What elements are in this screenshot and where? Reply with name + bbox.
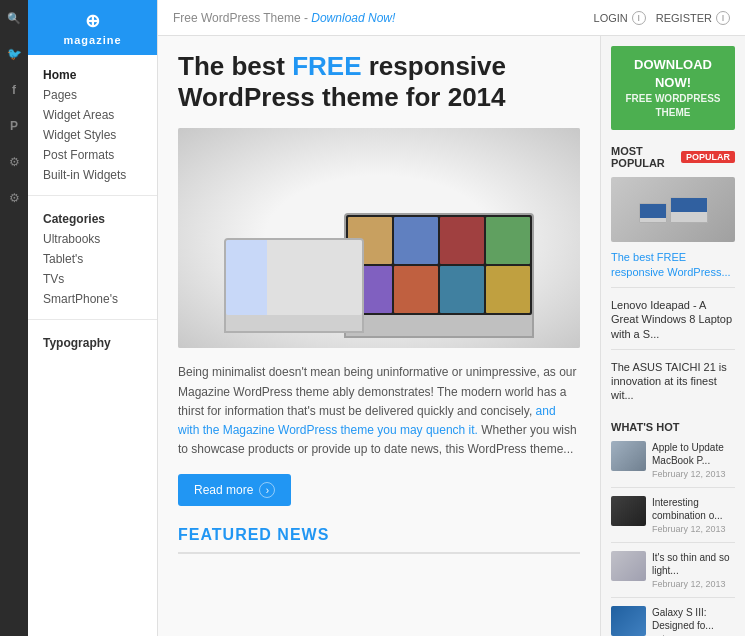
sidebar-item-tvs[interactable]: TVs [28,269,157,289]
hot-item-2: Interesting combination o... February 12… [611,496,735,543]
hot-item-2-thumb [611,496,646,526]
hot-item-3-thumb [611,551,646,581]
login-icon: i [632,11,646,25]
sidebar-item-smartphones[interactable]: SmartPhone's [28,289,157,309]
hot-item-1-info: Apple to Update MacBook P... February 12… [652,441,735,479]
laptop-small [224,238,364,333]
sidebar-item-home[interactable]: Home [28,65,157,85]
topbar: Free WordPress Theme - Download Now! LOG… [158,0,745,36]
laptop-large-screen [346,215,532,315]
screen-cell-3 [440,217,484,264]
hot-item-2-info: Interesting combination o... February 12… [652,496,735,534]
pinterest-icon[interactable]: P [4,116,24,136]
laptop-scene [178,128,580,348]
most-popular-header: MOST POPULAR POPULAR [611,145,735,169]
laptop-small-screen [226,240,362,315]
hot-item-4: Galaxy S III: Designed fo... February 12… [611,606,735,636]
read-more-arrow-icon: › [259,482,275,498]
most-popular-label: MOST POPULAR [611,145,676,169]
article-title: The best FREE responsiveWordPress theme … [178,51,580,113]
read-more-label: Read more [194,483,253,497]
hot-item-2-title[interactable]: Interesting combination o... [652,496,735,522]
popular-item-1-title[interactable]: The best FREE responsive WordPress... [611,250,735,279]
screen-cell-7 [440,266,484,313]
hot-item-2-date: February 12, 2013 [652,524,735,534]
login-label: LOGIN [594,12,628,24]
breadcrumb-text: Free WordPress Theme [173,11,301,25]
free-highlight: FREE [292,51,361,81]
main-content: The best FREE responsiveWordPress theme … [158,36,745,636]
logo-text: magazine [63,34,121,46]
sidebar-item-widget-areas[interactable]: Widget Areas [28,105,157,125]
sidebar-main-section: Home Pages Widget Areas Widget Styles Po… [28,65,157,185]
sidebar-nav: Home Pages Widget Areas Widget Styles Po… [28,55,157,373]
download-link[interactable]: Download Now! [311,11,395,25]
hot-item-1-date: February 12, 2013 [652,469,735,479]
mini-laptop-1 [639,203,667,223]
article-area: The best FREE responsiveWordPress theme … [158,36,600,636]
register-icon: i [716,11,730,25]
search-icon[interactable]: 🔍 [4,8,24,28]
hot-item-3-date: February 12, 2013 [652,579,735,589]
gear-icon[interactable]: ⚙ [4,188,24,208]
popular-item-1: The best FREE responsive WordPress... [611,250,735,288]
logo[interactable]: ⊕ magazine [28,0,157,55]
article-link[interactable]: and with the Magazine WordPress theme yo… [178,404,556,437]
hot-item-1-title[interactable]: Apple to Update MacBook P... [652,441,735,467]
download-main-text: DOWNLOAD NOW! [616,56,730,92]
hot-item-4-title[interactable]: Galaxy S III: Designed fo... [652,606,735,632]
popular-image [611,177,735,242]
right-sidebar: DOWNLOAD NOW! FREE WORDPRESS THEME MOST … [600,36,745,636]
topbar-auth: LOGIN i REGISTER i [594,11,730,25]
popular-list: The best FREE responsive WordPress... Le… [611,250,735,410]
whats-hot-header: WHAT'S HOT [611,421,735,433]
login-button[interactable]: LOGIN i [594,11,646,25]
register-button[interactable]: REGISTER i [656,11,730,25]
sidebar-categories-section: Categories Ultrabooks Tablet's TVs Smart… [28,204,157,309]
article-body: Being minimalist doesn't mean being unin… [178,363,580,459]
hot-item-1-thumb [611,441,646,471]
sidebar-item-pages[interactable]: Pages [28,85,157,105]
logo-icon: ⊕ [85,10,101,32]
featured-news-title: FEATURED NEWS [178,526,580,554]
download-sub-text: FREE WORDPRESS THEME [616,92,730,120]
icon-sidebar: 🔍 🐦 f P ⚙ ⚙ [0,0,28,636]
facebook-icon[interactable]: f [4,80,24,100]
hot-item-3-title[interactable]: It's so thin and so light... [652,551,735,577]
main-sidebar: ⊕ magazine Home Pages Widget Areas Widge… [28,0,158,636]
screen-cell-2 [394,217,438,264]
sidebar-divider-2 [28,319,157,320]
hot-items-list: Apple to Update MacBook P... February 12… [611,441,735,636]
sidebar-item-built-in-widgets[interactable]: Built-in Widgets [28,165,157,185]
topbar-breadcrumb: Free WordPress Theme - Download Now! [173,11,395,25]
twitter-icon[interactable]: 🐦 [4,44,24,64]
sidebar-item-widget-styles[interactable]: Widget Styles [28,125,157,145]
hot-item-4-thumb [611,606,646,636]
hot-item-3: It's so thin and so light... February 12… [611,551,735,598]
popular-item-2-title[interactable]: Lenovo Ideapad - A Great Windows 8 Lapto… [611,298,735,341]
sidebar-item-tablets[interactable]: Tablet's [28,249,157,269]
settings-icon[interactable]: ⚙ [4,152,24,172]
screen-cell-8 [486,266,530,313]
typography-title: Typography [28,328,157,353]
laptop-large [344,213,534,338]
sidebar-item-post-formats[interactable]: Post Formats [28,145,157,165]
screen-content [226,240,362,315]
popular-item-3-title[interactable]: The ASUS TAICHI 21 is innovation at its … [611,360,735,403]
download-now-button[interactable]: DOWNLOAD NOW! FREE WORDPRESS THEME [611,46,735,130]
popular-item-2: Lenovo Ideapad - A Great Windows 8 Lapto… [611,298,735,350]
mini-laptop-2 [670,197,708,223]
sidebar-item-ultrabooks[interactable]: Ultrabooks [28,229,157,249]
hot-item-1: Apple to Update MacBook P... February 12… [611,441,735,488]
hot-item-3-info: It's so thin and so light... February 12… [652,551,735,589]
register-label: REGISTER [656,12,712,24]
popular-item-3: The ASUS TAICHI 21 is innovation at its … [611,360,735,411]
hot-item-4-info: Galaxy S III: Designed fo... February 12… [652,606,735,636]
mini-laptops [639,197,708,223]
read-more-button[interactable]: Read more › [178,474,291,506]
sidebar-divider-1 [28,195,157,196]
content-wrapper: Free WordPress Theme - Download Now! LOG… [158,0,745,636]
screen-cell-4 [486,217,530,264]
popular-badge: POPULAR [681,151,735,163]
screen-cell-6 [394,266,438,313]
